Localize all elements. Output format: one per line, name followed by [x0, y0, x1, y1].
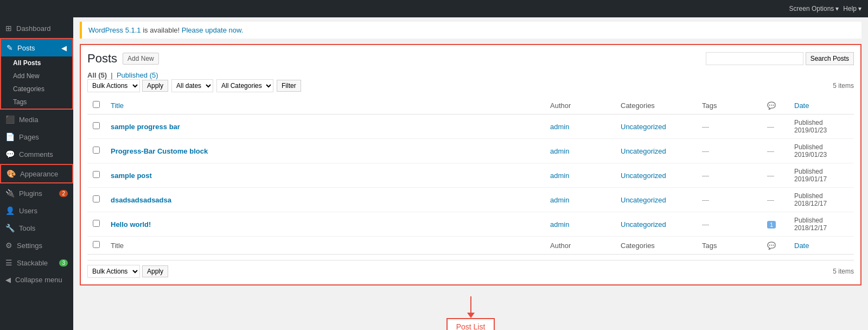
select-all-checkbox[interactable]: [93, 101, 100, 108]
sidebar-sub-item-add-new[interactable]: Add New: [1, 69, 72, 82]
sidebar-item-tools[interactable]: 🔧 Tools: [0, 219, 73, 237]
sidebar-item-dashboard[interactable]: ⊞ Dashboard: [0, 20, 73, 37]
date-sort-link[interactable]: Date: [794, 101, 809, 110]
th-comments: 💬: [762, 97, 789, 115]
category-link[interactable]: Uncategorized: [621, 220, 666, 229]
sidebar-item-appearance[interactable]: 🎨 Appearance: [1, 165, 72, 182]
select-all-footer-checkbox[interactable]: [93, 241, 100, 248]
row-comments: —: [762, 115, 789, 139]
th-checkbox: [87, 97, 105, 115]
row-date: Published2018/12/17: [789, 212, 854, 237]
all-categories-select[interactable]: All Categories: [216, 79, 273, 92]
th-date: Date: [789, 97, 854, 115]
apply-button-bottom[interactable]: Apply: [142, 265, 168, 277]
search-posts-input[interactable]: [706, 52, 803, 65]
row-comments: —: [762, 188, 789, 212]
sidebar-item-label: Users: [19, 207, 37, 215]
sidebar-item-label: Posts: [17, 44, 35, 52]
tags-value: —: [702, 196, 709, 204]
all-dates-select[interactable]: All dates: [171, 79, 213, 92]
search-posts-area: Search Posts: [706, 52, 854, 65]
plugins-badge: 2: [59, 190, 68, 197]
row-select-checkbox[interactable]: [93, 171, 100, 178]
row-date: Published2018/12/17: [789, 188, 854, 212]
sidebar-item-label: Plugins: [19, 189, 42, 198]
posts-area: Posts Add New Search Posts All (5) | Pub…: [80, 44, 861, 285]
category-link[interactable]: Uncategorized: [621, 147, 666, 155]
row-tags: —: [697, 115, 762, 139]
help-label: Help: [843, 5, 857, 12]
post-title-link[interactable]: Progress-Bar Custome block: [111, 147, 208, 155]
sidebar-item-plugins[interactable]: 🔌 Plugins 2: [0, 185, 73, 202]
author-link[interactable]: admin: [550, 172, 569, 180]
tfoot-author: Author: [545, 237, 615, 255]
row-select-checkbox[interactable]: [93, 122, 100, 129]
bulk-actions-top: Bulk Actions Apply: [87, 79, 168, 92]
top-toolbar-row: Bulk Actions Apply All dates All Categor…: [87, 79, 854, 92]
layout: ⊞ Dashboard ✎ Posts ◀ All Posts Add New …: [0, 17, 868, 330]
bulk-actions-bottom: Bulk Actions Apply: [87, 265, 168, 278]
category-link[interactable]: Uncategorized: [621, 172, 666, 180]
main-content: WordPress 5.1.1 is available! Please upd…: [73, 17, 868, 330]
post-title-link[interactable]: Hello world!: [111, 220, 151, 229]
sidebar-collapse-menu[interactable]: ◀ Collapse menu: [0, 271, 73, 288]
sidebar-sub-item-all-posts[interactable]: All Posts: [1, 56, 72, 69]
date-status: Published2019/01/17: [794, 168, 827, 183]
add-new-button[interactable]: Add New: [123, 53, 159, 65]
title-sort-link[interactable]: Title: [111, 101, 124, 110]
sidebar-sub-item-categories[interactable]: Categories: [1, 82, 72, 96]
sidebar-appearance-section: 🎨 Appearance: [0, 164, 73, 183]
tfoot-date-link[interactable]: Date: [794, 242, 809, 250]
help-button[interactable]: Help ▾: [843, 5, 861, 12]
stackable-badge: 3: [59, 259, 68, 266]
filter-published-link[interactable]: Published (5): [117, 71, 158, 79]
row-author: admin: [545, 115, 615, 139]
sidebar-item-media[interactable]: ⬛ Media: [0, 111, 73, 128]
wp-version-link[interactable]: WordPress 5.1.1: [88, 26, 141, 34]
filter-button[interactable]: Filter: [277, 80, 301, 92]
sidebar: ⊞ Dashboard ✎ Posts ◀ All Posts Add New …: [0, 17, 73, 330]
posts-icon: ✎: [7, 43, 13, 52]
post-title-link[interactable]: sample post: [111, 172, 152, 180]
tfoot-date: Date: [789, 237, 854, 255]
update-link[interactable]: Please update now.: [182, 26, 243, 34]
author-link[interactable]: admin: [550, 147, 569, 155]
category-link[interactable]: Uncategorized: [621, 123, 666, 131]
items-count-top: 5 items: [833, 82, 854, 90]
row-date: Published2019/01/17: [789, 163, 854, 188]
comment-count[interactable]: 1: [767, 221, 776, 229]
bulk-actions-select-bottom[interactable]: Bulk Actions: [87, 265, 140, 278]
sidebar-sub-item-tags[interactable]: Tags: [1, 96, 72, 109]
sidebar-item-pages[interactable]: 📄 Pages: [0, 128, 73, 145]
comments-dash: —: [767, 123, 774, 131]
date-status: Published2019/01/23: [794, 119, 827, 134]
author-link[interactable]: admin: [550, 196, 569, 204]
plugins-icon: 🔌: [5, 189, 15, 198]
row-tags: —: [697, 188, 762, 212]
author-link[interactable]: admin: [550, 220, 569, 229]
row-select-checkbox[interactable]: [93, 147, 100, 154]
bulk-actions-select-top[interactable]: Bulk Actions: [87, 79, 140, 92]
screen-options-button[interactable]: Screen Options ▾: [789, 5, 839, 12]
row-comments: 1: [762, 212, 789, 237]
filter-all-link[interactable]: All (5): [87, 71, 107, 79]
sidebar-item-posts[interactable]: ✎ Posts ◀: [1, 39, 72, 56]
post-title-link[interactable]: dsadsadsadsadsa: [111, 196, 171, 204]
sidebar-item-comments[interactable]: 💬 Comments: [0, 145, 73, 163]
row-select-checkbox[interactable]: [93, 195, 100, 202]
sidebar-item-settings[interactable]: ⚙ Settings: [0, 237, 73, 254]
search-posts-button[interactable]: Search Posts: [806, 52, 854, 65]
sidebar-item-users[interactable]: 👤 Users: [0, 202, 73, 219]
sidebar-item-stackable[interactable]: ☰ Stackable 3: [0, 254, 73, 271]
row-categories: Uncategorized: [615, 115, 697, 139]
author-link[interactable]: admin: [550, 123, 569, 131]
users-icon: 👤: [5, 206, 15, 215]
apply-button-top[interactable]: Apply: [142, 80, 168, 92]
comments-dash: —: [767, 147, 774, 155]
category-link[interactable]: Uncategorized: [621, 196, 666, 204]
tfoot-categories: Categories: [615, 237, 697, 255]
settings-icon: ⚙: [5, 241, 12, 250]
post-title-link[interactable]: sample progress bar: [111, 123, 180, 131]
notice-text: is available!: [143, 26, 182, 34]
row-select-checkbox[interactable]: [93, 220, 100, 227]
